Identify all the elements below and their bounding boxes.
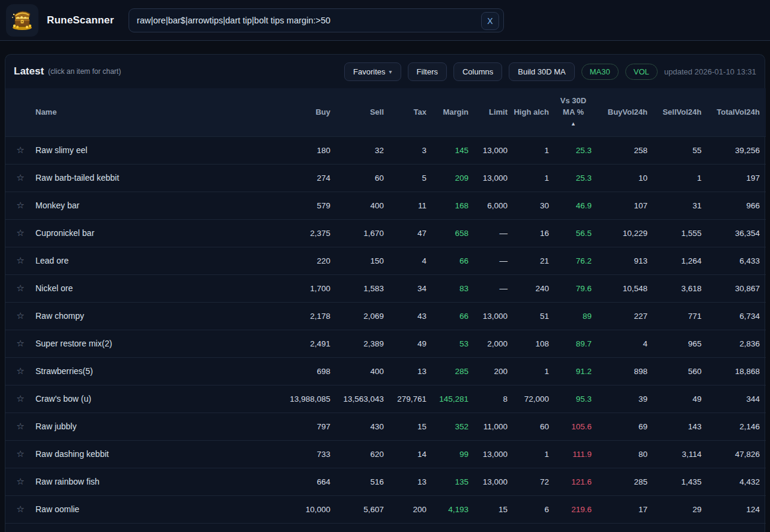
cell-sellvol24h: 3,618: [653, 274, 708, 302]
cell-tax: 5: [390, 164, 432, 192]
table-row[interactable]: ☆ Monkey bar 579 400 11 168 6,000 30 46.…: [5, 192, 766, 219]
favorite-star-icon[interactable]: ☆: [5, 357, 35, 385]
table-row[interactable]: ☆ Raw oomlie 10,000 5,607 200 4,193 15 6…: [5, 495, 766, 523]
table-row[interactable]: ☆ Raw barb-tailed kebbit 274 60 5 209 13…: [5, 164, 766, 192]
table-row[interactable]: ☆ Raw rainbow fish 664 516 13 135 13,000…: [5, 468, 766, 495]
search-input[interactable]: [129, 9, 503, 32]
favorite-star-icon[interactable]: ☆: [5, 468, 35, 495]
cell-high-alch: 108: [514, 330, 555, 357]
favorite-star-icon[interactable]: ☆: [5, 136, 35, 164]
favorite-star-icon[interactable]: ☆: [5, 164, 35, 192]
cell-high-alch: 1: [514, 164, 555, 192]
cell-limit: —: [474, 274, 514, 302]
cell-sell: 400: [336, 357, 390, 385]
cell-margin: 66: [432, 247, 474, 274]
cell-vs-30d-ma: 121.6: [555, 468, 598, 495]
favorite-star-icon[interactable]: ☆: [5, 495, 35, 523]
table-row[interactable]: ☆ Strawberries(5) 698 400 13 285 200 1 9…: [5, 357, 766, 385]
cell-tax: 49: [390, 330, 432, 357]
table-row[interactable]: ☆ Raw jubbly 797 430 15 352 11,000 60 10…: [5, 413, 766, 440]
favorite-star-icon[interactable]: ☆: [5, 413, 35, 440]
col-header-limit[interactable]: Limit: [474, 88, 514, 136]
clear-search-button[interactable]: X: [481, 12, 499, 30]
col-header-buyvol24h[interactable]: BuyVol24h: [598, 88, 653, 136]
cell-item-name: Raw slimy eel: [35, 136, 270, 164]
cell-item-name: Raw jubbly: [35, 413, 270, 440]
cell-sellvol24h: 560: [653, 357, 708, 385]
table-row[interactable]: ☆ Cupronickel bar 2,375 1,670 47 658 — 1…: [5, 219, 766, 247]
favorite-star-icon[interactable]: ☆: [5, 385, 35, 413]
table-row[interactable]: ☆ Raw slimy eel 180 32 3 145 13,000 1 25…: [5, 136, 766, 164]
col-header-sellvol24h[interactable]: SellVol24h: [653, 88, 708, 136]
cell-buyvol24h: 10,229: [598, 219, 653, 247]
cell-totalvol24h: 197: [708, 164, 766, 192]
cell-tax: 13: [390, 468, 432, 495]
col-header-vs-30d-ma[interactable]: Vs 30D MA % ▲: [555, 88, 598, 136]
table-row[interactable]: ☆ Lead ore 220 150 4 66 — 21 76.2 913 1,…: [5, 247, 766, 274]
table-row[interactable]: ☆ Super restore mix(2) 2,491 2,389 49 53…: [5, 330, 766, 357]
cell-limit: 13,000: [474, 302, 514, 330]
cell-tax: 43: [390, 302, 432, 330]
cell-vs-30d-ma: 111.9: [555, 440, 598, 468]
favorite-star-icon[interactable]: ☆: [5, 247, 35, 274]
col-header-high-alch[interactable]: High alch: [514, 88, 555, 136]
cell-high-alch: 21: [514, 247, 555, 274]
search-bar: X: [129, 8, 504, 32]
cell-sell: 1,670: [336, 219, 390, 247]
vol-badge[interactable]: VOL: [625, 64, 658, 80]
cell-item-name: Raw barb-tailed kebbit: [35, 164, 270, 192]
filters-button[interactable]: Filters: [408, 62, 447, 81]
cell-tax: 4: [390, 247, 432, 274]
col-header-totalvol24h[interactable]: TotalVol24h: [708, 88, 766, 136]
cell-tax: 47: [390, 219, 432, 247]
cell-margin: 168: [432, 192, 474, 219]
cell-sell: 60: [336, 164, 390, 192]
col-header-name[interactable]: Name: [35, 88, 270, 136]
cell-buy: 698: [270, 357, 336, 385]
table-row[interactable]: ☆ Nickel ore 1,700 1,583 34 83 — 240 79.…: [5, 274, 766, 302]
cell-vs-30d-ma: 25.3: [555, 136, 598, 164]
ma30-badge[interactable]: MA30: [581, 64, 619, 80]
cell-item-name: Nickel ore: [35, 274, 270, 302]
col-header-tax[interactable]: Tax: [390, 88, 432, 136]
cell-high-alch: 16: [514, 219, 555, 247]
favorite-star-icon[interactable]: ☆: [5, 330, 35, 357]
columns-button[interactable]: Columns: [453, 62, 502, 81]
table-row[interactable]: ☆ Raw chompy 2,178 2,069 43 66 13,000 51…: [5, 302, 766, 330]
favorite-star-icon[interactable]: ☆: [5, 219, 35, 247]
cell-totalvol24h: 47,826: [708, 440, 766, 468]
favorite-star-icon[interactable]: ☆: [5, 192, 35, 219]
table-row[interactable]: ☆ Craw's bow (u) 13,988,085 13,563,043 2…: [5, 385, 766, 413]
cell-margin: 53: [432, 330, 474, 357]
cell-vs-30d-ma: 105.6: [555, 413, 598, 440]
cell-buy: 1,700: [270, 274, 336, 302]
cell-totalvol24h: 2,836: [708, 330, 766, 357]
cell-limit: 11,000: [474, 413, 514, 440]
cell-totalvol24h: 6,433: [708, 247, 766, 274]
items-table: Name Buy Sell Tax Margin Limit High alch…: [5, 88, 766, 524]
table-header-row: Name Buy Sell Tax Margin Limit High alch…: [5, 88, 766, 136]
cell-item-name: Craw's bow (u): [35, 385, 270, 413]
cell-item-name: Lead ore: [35, 247, 270, 274]
favorite-star-icon[interactable]: ☆: [5, 302, 35, 330]
cell-buy: 274: [270, 164, 336, 192]
favorite-star-icon[interactable]: ☆: [5, 274, 35, 302]
col-header-sell[interactable]: Sell: [336, 88, 390, 136]
cell-sellvol24h: 55: [653, 136, 708, 164]
favorite-star-icon[interactable]: ☆: [5, 440, 35, 468]
cell-item-name: Super restore mix(2): [35, 330, 270, 357]
cell-vs-30d-ma: 95.3: [555, 385, 598, 413]
table-row[interactable]: ☆ Raw dashing kebbit 733 620 14 99 13,00…: [5, 440, 766, 468]
build-30d-ma-button[interactable]: Build 30D MA: [509, 62, 574, 81]
col-header-buy[interactable]: Buy: [270, 88, 336, 136]
cell-totalvol24h: 30,867: [708, 274, 766, 302]
cell-totalvol24h: 2,146: [708, 413, 766, 440]
cell-vs-30d-ma: 76.2: [555, 247, 598, 274]
col-header-margin[interactable]: Margin: [432, 88, 474, 136]
cell-margin: 99: [432, 440, 474, 468]
cell-tax: 200: [390, 495, 432, 523]
cell-high-alch: 1: [514, 440, 555, 468]
cell-margin: 145,281: [432, 385, 474, 413]
cell-buy: 579: [270, 192, 336, 219]
favorites-button[interactable]: Favorites ▾: [344, 62, 401, 81]
